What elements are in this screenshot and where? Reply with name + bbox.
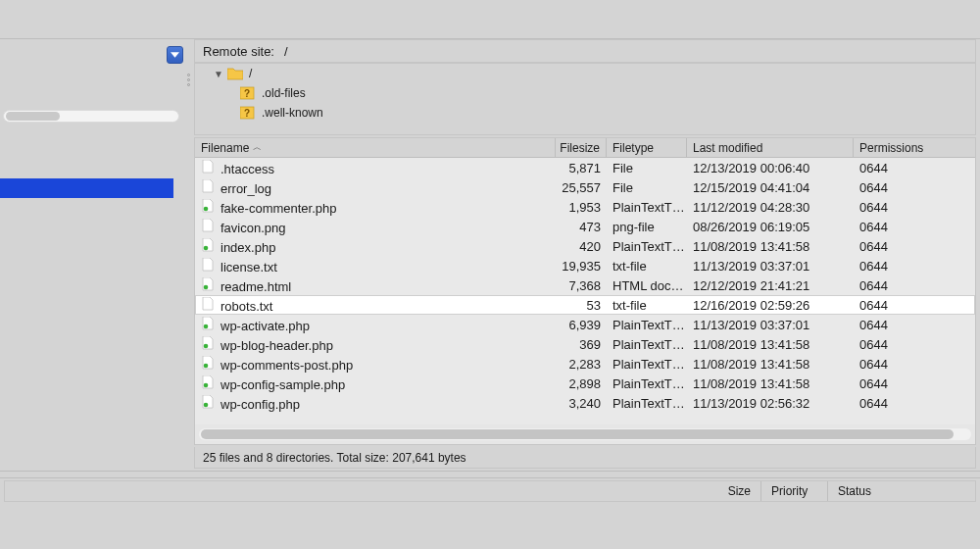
queue-column-status[interactable]: Status [828,481,975,501]
file-icon [201,277,215,291]
file-type: txt-file [607,259,687,274]
column-header-last-modified[interactable]: Last modified [687,138,854,157]
file-row[interactable]: .htaccess5,871File12/13/2019 00:06:40064… [195,158,975,177]
column-header-label: Permissions [859,141,923,155]
file-type: png-file [607,220,687,234]
file-modified: 11/08/2019 13:41:58 [687,337,854,352]
column-header-filesize[interactable]: Filesize [556,138,607,157]
file-size: 25,557 [556,180,607,195]
file-permissions: 0644 [854,220,961,234]
status-line: 25 files and 8 directories. Total size: … [194,447,976,469]
queue-column-size[interactable]: Size [695,481,761,501]
tree-child-row[interactable]: ? .old-files [195,83,975,103]
file-modified: 12/16/2019 02:59:26 [687,298,854,313]
column-header-filename[interactable]: Filename ︿ [195,138,556,157]
file-row[interactable]: favicon.png473png-file08/26/2019 06:19:0… [195,217,975,236]
column-header-filetype[interactable]: Filetype [607,138,687,157]
file-modified: 12/15/2019 04:41:04 [687,180,854,195]
file-name: error_log [220,181,271,196]
file-name: license.txt [220,260,277,274]
file-icon [201,356,215,370]
tree-item-label: .well-known [262,106,323,120]
file-size: 2,898 [556,376,607,391]
file-row[interactable]: readme.html7,368HTML doc…12/12/2019 21:4… [195,275,975,295]
file-modified: 12/13/2019 00:06:40 [687,161,854,175]
svg-point-6 [204,284,209,289]
file-row[interactable]: index.php420PlainTextT…11/08/2019 13:41:… [195,236,975,256]
file-size: 369 [556,337,607,352]
file-icon [201,238,215,252]
svg-text:?: ? [244,88,250,99]
file-row[interactable]: fake-commenter.php1,953PlainTextT…11/12/… [195,197,975,217]
file-listing-header[interactable]: Filename ︿ Filesize Filetype Last modifi… [195,138,975,158]
svg-point-4 [204,206,209,211]
file-type: PlainTextT… [607,239,687,254]
file-modified: 08/26/2019 06:19:05 [687,220,854,234]
file-size: 53 [556,298,607,313]
file-type: File [607,180,687,195]
queue-column-label: Priority [771,484,808,498]
file-permissions: 0644 [854,278,961,293]
file-permissions: 0644 [854,180,961,195]
file-row[interactable]: license.txt19,935txt-file11/13/2019 03:3… [195,256,975,275]
queue-column-priority[interactable]: Priority [761,481,828,501]
file-row[interactable]: robots.txt53txt-file12/16/2019 02:59:260… [195,295,975,315]
file-permissions: 0644 [854,298,961,313]
local-selected-row[interactable] [0,178,173,198]
remote-file-listing: Filename ︿ Filesize Filetype Last modifi… [194,137,976,445]
vertical-splitter[interactable] [184,67,192,92]
disclosure-triangle-icon[interactable]: ▼ [213,69,224,79]
file-name: readme.html [220,279,291,294]
file-icon [201,336,215,350]
file-name: favicon.png [220,221,286,235]
file-row[interactable]: error_log25,557File12/15/2019 04:41:0406… [195,177,975,197]
file-size: 3,240 [556,396,607,411]
svg-point-8 [204,343,209,348]
file-modified: 11/13/2019 02:56:32 [687,396,854,411]
column-header-label: Last modified [693,141,762,155]
file-type: txt-file [607,298,687,313]
file-size: 19,935 [556,259,607,274]
file-name: wp-comments-post.php [220,358,353,373]
file-modified: 11/12/2019 04:28:30 [687,200,854,215]
horizontal-splitter[interactable] [0,471,980,478]
file-permissions: 0644 [854,337,961,352]
column-header-label: Filename [201,141,249,155]
file-name: index.php [220,240,275,255]
tree-root-row[interactable]: ▼ / [195,64,975,83]
transfer-queue-header: Size Priority Status [4,480,976,502]
local-site-dropdown-button[interactable] [167,46,183,64]
file-permissions: 0644 [854,200,961,215]
file-icon [201,258,215,272]
remote-site-bar: Remote site: / [194,39,976,63]
tree-child-row[interactable]: ? .well-known [195,103,975,123]
file-icon [201,395,215,409]
file-size: 6,939 [556,318,607,332]
status-text: 25 files and 8 directories. Total size: … [203,451,466,465]
file-row[interactable]: wp-blog-header.php369PlainTextT…11/08/20… [195,334,975,354]
local-tree-scrollbar[interactable] [3,110,179,123]
file-type: PlainTextT… [607,376,687,391]
file-name: fake-commenter.php [220,201,337,216]
file-row[interactable]: wp-config.php3,240PlainTextT…11/13/2019 … [195,393,975,413]
file-modified: 11/08/2019 13:41:58 [687,376,854,391]
top-toolbar [0,0,980,39]
tree-root-label: / [249,67,252,80]
file-permissions: 0644 [854,376,961,391]
remote-directory-tree[interactable]: ▼ / ? .old-files ? .well-known [194,63,976,135]
file-type: PlainTextT… [607,357,687,372]
column-header-permissions[interactable]: Permissions [854,138,961,157]
svg-point-9 [204,363,209,368]
file-listing-body[interactable]: .htaccess5,871File12/13/2019 00:06:40064… [195,158,975,424]
file-size: 7,368 [556,278,607,293]
file-size: 473 [556,220,607,234]
file-row[interactable]: wp-comments-post.php2,283PlainTextT…11/0… [195,354,975,374]
sort-ascending-icon: ︿ [253,141,262,154]
file-modified: 11/13/2019 03:37:01 [687,318,854,332]
remote-site-path-input[interactable]: / [280,42,975,61]
queue-column-label: Status [838,484,871,498]
file-listing-horizontal-scrollbar[interactable] [199,428,971,440]
file-modified: 11/08/2019 13:41:58 [687,357,854,372]
file-row[interactable]: wp-config-sample.php2,898PlainTextT…11/0… [195,374,975,393]
file-row[interactable]: wp-activate.php6,939PlainTextT…11/13/201… [195,315,975,334]
